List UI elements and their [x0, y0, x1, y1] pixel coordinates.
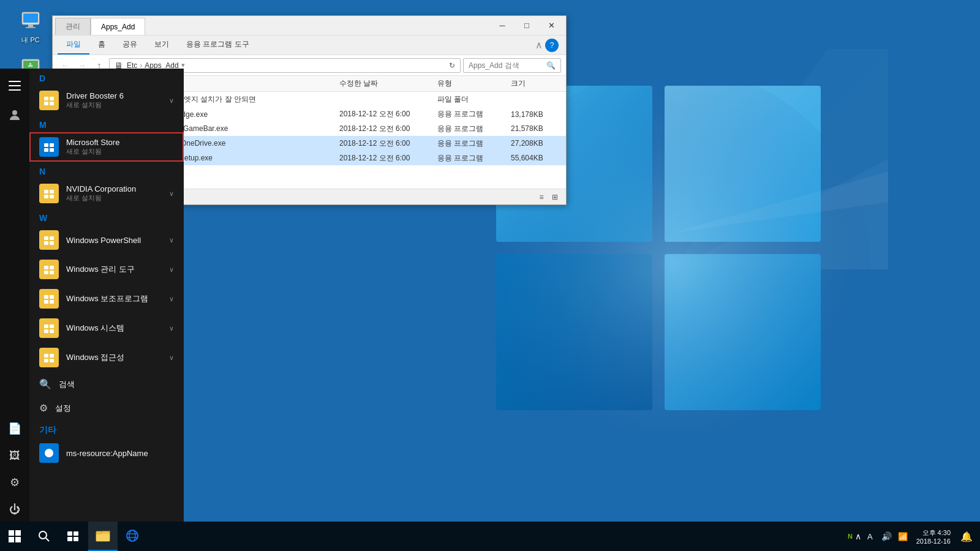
- close-button[interactable]: ✕: [539, 17, 564, 34]
- taskbar-apps: [88, 522, 848, 551]
- start-menu-item-ms-store[interactable]: Microsoft Store 새로 설치됨: [29, 132, 184, 162]
- search-bottom-btn[interactable]: 🔍검색: [29, 372, 184, 396]
- photos-strip-btn[interactable]: 🖼: [2, 443, 27, 468]
- svg-rect-43: [44, 324, 48, 328]
- taskbar-system: N ∧ A 🔊 📶 오후 4:30 2018-12-16 🔔: [848, 526, 980, 547]
- search-input[interactable]: [469, 61, 546, 70]
- title-tab-kanri[interactable]: 관리: [55, 18, 91, 35]
- svg-rect-42: [50, 300, 54, 304]
- window-controls: ─ □ ✕: [490, 17, 564, 34]
- item-arrow: ∨: [169, 97, 174, 105]
- file-name: 📁 엣지 설치가 잘 안되면: [163, 92, 334, 108]
- svg-rect-49: [44, 359, 48, 362]
- svg-rect-41: [44, 300, 48, 304]
- taskbar-lang-indicator[interactable]: A: [864, 532, 876, 541]
- start-left-strip: 📄 🖼 ⚙ ⏻: [0, 69, 29, 522]
- start-menu-item-win-access[interactable]: Windows 접근성 ∨: [29, 343, 184, 372]
- svg-rect-63: [96, 534, 110, 541]
- col-name[interactable]: 이름: [163, 76, 334, 92]
- task-view-button[interactable]: [59, 522, 88, 551]
- start-button[interactable]: [0, 522, 29, 551]
- svg-rect-55: [15, 537, 21, 542]
- ms-resource-btn[interactable]: ms-resource:AppName: [29, 438, 184, 468]
- svg-rect-47: [44, 354, 48, 358]
- ribbon-tab-home[interactable]: 홈: [89, 36, 114, 54]
- item-icon-win-system: [39, 318, 59, 338]
- svg-rect-30: [50, 195, 54, 198]
- window-titlebar: 관리 Apps_Add ─ □ ✕: [53, 16, 566, 36]
- svg-rect-33: [44, 241, 48, 245]
- user-button[interactable]: [2, 103, 27, 127]
- ribbon-expand-btn[interactable]: ∧: [535, 39, 543, 51]
- file-row[interactable]: e Edge.exe 2018-12-12 오전 6:00 응용 프로그램 13…: [163, 107, 566, 121]
- col-type[interactable]: 유형: [432, 76, 506, 92]
- taskbar-app-ie[interactable]: [118, 522, 147, 551]
- search-box[interactable]: 🔍: [463, 58, 561, 73]
- system-tray-expand[interactable]: ∧: [855, 531, 861, 541]
- svg-point-64: [127, 530, 138, 541]
- other-section-label: 기타: [29, 420, 184, 438]
- file-row[interactable]: 📁 엣지 설치가 잘 안되면 파일 폴더: [163, 92, 566, 108]
- ribbon-tab-file[interactable]: 파일: [58, 36, 89, 54]
- desktop-icon-my-pc[interactable]: 내 PC: [6, 6, 55, 47]
- svg-rect-23: [44, 143, 48, 147]
- file-row[interactable]: 🎮 GameBar.exe 2018-12-12 오전 6:00 응용 프로그램…: [163, 121, 566, 136]
- taskbar-search-button[interactable]: [29, 522, 59, 551]
- item-icon-win-access: [39, 348, 59, 367]
- start-menu-item-win-ease[interactable]: Windows 보조프로그램 ∨: [29, 284, 184, 313]
- notification-icon[interactable]: 🔔: [958, 531, 975, 542]
- view-tiles-btn[interactable]: ⊞: [549, 191, 561, 203]
- minimize-button[interactable]: ─: [490, 17, 514, 34]
- file-row[interactable]: ⚙ Setup.exe 2018-12-12 오전 6:00 응용 프로그램 5…: [163, 151, 566, 165]
- svg-rect-20: [50, 97, 54, 100]
- start-menu-item-win-mgmt[interactable]: Windows 관리 도구 ∨: [29, 255, 184, 284]
- ribbon-tab-share[interactable]: 공유: [114, 36, 146, 54]
- svg-rect-10: [23, 13, 38, 23]
- item-arrow: ∨: [169, 354, 174, 362]
- file-date: 2018-12-12 오전 6:00: [334, 107, 432, 121]
- search-icon[interactable]: 🔍: [546, 61, 556, 70]
- start-main-content: D Driver Booster 6 새로 설치됨 ∨ M: [29, 69, 184, 522]
- settings-strip-btn[interactable]: ⚙: [2, 470, 27, 495]
- my-pc-icon: [18, 9, 43, 33]
- svg-rect-28: [50, 190, 54, 193]
- hamburger-button[interactable]: [2, 73, 27, 98]
- svg-rect-38: [50, 271, 54, 274]
- view-details-btn[interactable]: ≡: [535, 191, 548, 203]
- start-menu-item-driver-booster[interactable]: Driver Booster 6 새로 설치됨 ∨: [29, 86, 184, 115]
- docs-strip-btn[interactable]: 📄: [2, 416, 27, 441]
- view-buttons: ≡ ⊞: [535, 191, 561, 203]
- col-date[interactable]: 수정한 날짜: [334, 76, 432, 92]
- help-button[interactable]: ?: [545, 39, 559, 52]
- file-name: ⚙ Setup.exe: [163, 151, 334, 165]
- ribbon-tab-apptools[interactable]: 응용 프로그램 도구: [178, 36, 258, 54]
- maximize-button[interactable]: □: [514, 17, 539, 34]
- svg-rect-40: [50, 295, 54, 299]
- volume-icon[interactable]: 🔊: [879, 531, 894, 541]
- item-icon-ms-store: [39, 137, 59, 157]
- item-arrow: ∨: [169, 236, 174, 244]
- start-section-letter: D: [29, 69, 184, 86]
- settings-bottom-btn[interactable]: ⚙설정: [29, 396, 184, 420]
- desktop: 내 PC 🖧 네트워크 관리 App: [0, 0, 980, 551]
- item-icon-driver-booster: [39, 91, 59, 110]
- file-size: 21,578KB: [506, 121, 566, 136]
- svg-rect-26: [50, 148, 54, 152]
- start-menu-item-nvidia[interactable]: NVIDIA Corporation 새로 설치됨 ∨: [29, 179, 184, 208]
- start-menu-item-powershell[interactable]: Windows PowerShell ∨: [29, 225, 184, 255]
- svg-rect-35: [44, 266, 48, 269]
- file-type: 응용 프로그램: [432, 151, 506, 165]
- ribbon-tab-view[interactable]: 보기: [146, 36, 178, 54]
- svg-rect-37: [44, 271, 48, 274]
- network-icon[interactable]: 📶: [897, 532, 909, 541]
- refresh-button[interactable]: ↻: [449, 61, 455, 70]
- title-tab-apps-add[interactable]: Apps_Add: [91, 18, 145, 35]
- taskbar-app-explorer[interactable]: [88, 522, 118, 551]
- col-size[interactable]: 크기: [506, 76, 566, 92]
- start-menu-item-win-system[interactable]: Windows 시스템 ∨: [29, 313, 184, 343]
- svg-rect-25: [44, 148, 48, 152]
- svg-point-56: [39, 531, 47, 539]
- file-row[interactable]: ☁ OneDrive.exe 2018-12-12 오전 6:00 응용 프로그…: [163, 136, 566, 151]
- taskbar-clock[interactable]: 오후 4:30 2018-12-16: [911, 526, 956, 547]
- power-strip-btn[interactable]: ⏻: [2, 497, 27, 522]
